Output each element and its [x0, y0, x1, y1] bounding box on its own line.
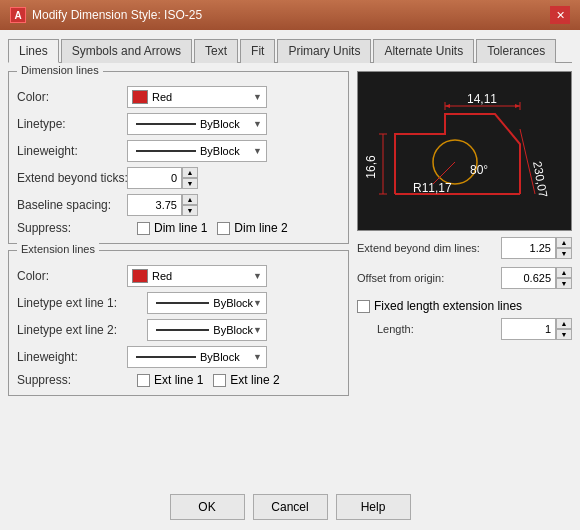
svg-text:14,11: 14,11	[466, 92, 496, 106]
baseline-spinner: ▲ ▼	[127, 194, 198, 216]
dim-linetype-dropdown[interactable]: ByBlock ▼	[127, 113, 267, 135]
title-bar: A Modify Dimension Style: ISO-25 ✕	[0, 0, 580, 30]
tab-text[interactable]: Text	[194, 39, 238, 63]
title-text: Modify Dimension Style: ISO-25	[32, 8, 202, 22]
ext-linetype1-row: Linetype ext line 1: ByBlock ▼	[17, 292, 340, 314]
extension-lines-title: Extension lines	[17, 243, 99, 255]
ext-line1-checkbox[interactable]	[137, 374, 150, 387]
ext-linetype2-row: Linetype ext line 2: ByBlock ▼	[17, 319, 340, 341]
ext-linetype1-value: ByBlock	[213, 297, 253, 309]
dim-line1-checkbox[interactable]	[137, 222, 150, 235]
dropdown-arrow-icon: ▼	[253, 298, 262, 308]
length-input[interactable]	[501, 318, 556, 340]
ext-suppress-label: Suppress:	[17, 373, 127, 387]
length-row: Length: ▲ ▼	[357, 318, 572, 340]
baseline-input[interactable]	[127, 194, 182, 216]
svg-text:16,6: 16,6	[365, 154, 378, 178]
extend-beyond-dim-up[interactable]: ▲	[556, 237, 572, 248]
ext-color-row: Color: Red ▼	[17, 265, 340, 287]
cancel-button[interactable]: Cancel	[253, 494, 328, 520]
fixed-length-row: Fixed length extension lines	[357, 299, 572, 313]
extend-beyond-down[interactable]: ▼	[182, 178, 198, 189]
extend-beyond-up[interactable]: ▲	[182, 167, 198, 178]
fixed-length-checkbox[interactable]	[357, 300, 370, 313]
tab-symbols[interactable]: Symbols and Arrows	[61, 39, 192, 63]
length-up[interactable]: ▲	[556, 318, 572, 329]
ext-lineweight-label: Lineweight:	[17, 350, 127, 364]
offset-from-origin-label: Offset from origin:	[357, 272, 444, 284]
ext-color-value: Red	[152, 270, 253, 282]
tab-tolerances[interactable]: Tolerances	[476, 39, 556, 63]
ext-lineweight-value: ByBlock	[200, 351, 253, 363]
bottom-buttons: OK Cancel Help	[8, 488, 572, 522]
length-label: Length:	[377, 323, 414, 335]
content-area: Dimension lines Color: Red ▼ Linetype: B…	[8, 71, 572, 488]
tab-alternate-units[interactable]: Alternate Units	[373, 39, 474, 63]
dimension-lines-section: Dimension lines Color: Red ▼ Linetype: B…	[8, 71, 349, 244]
ext-line2-checkbox[interactable]	[213, 374, 226, 387]
tab-primary-units[interactable]: Primary Units	[277, 39, 371, 63]
ext-lineweight-dropdown[interactable]: ByBlock ▼	[127, 346, 267, 368]
dropdown-arrow-icon: ▼	[253, 146, 262, 156]
close-button[interactable]: ✕	[550, 6, 570, 24]
length-down[interactable]: ▼	[556, 329, 572, 340]
left-panel: Dimension lines Color: Red ▼ Linetype: B…	[8, 71, 349, 488]
ext-line1-label: Ext line 1	[154, 373, 203, 387]
extend-beyond-input[interactable]	[127, 167, 182, 189]
dropdown-arrow-icon: ▼	[253, 352, 262, 362]
dialog-body: Lines Symbols and Arrows Text Fit Primar…	[0, 30, 580, 530]
ext-line2-checkbox-item: Ext line 2	[213, 373, 279, 387]
ext-linetype2-dropdown[interactable]: ByBlock ▼	[147, 319, 267, 341]
extend-beyond-dim-spinner: ▲ ▼	[501, 237, 572, 259]
dim-color-dropdown[interactable]: Red ▼	[127, 86, 267, 108]
right-panel: 14,11 16,6 230,07 80° R11,17	[357, 71, 572, 488]
length-spinner: ▲ ▼	[501, 318, 572, 340]
dropdown-arrow-icon: ▼	[253, 325, 262, 335]
offset-spinner: ▲ ▼	[501, 267, 572, 289]
right-fields: Extend beyond dim lines: ▲ ▼ Offset from…	[357, 237, 572, 343]
svg-text:80°: 80°	[470, 163, 488, 177]
dim-color-label: Color:	[17, 90, 127, 104]
dim-line2-label: Dim line 2	[234, 221, 287, 235]
dim-line1-label: Dim line 1	[154, 221, 207, 235]
line-preview	[156, 302, 209, 304]
extend-beyond-dim-row: Extend beyond dim lines: ▲ ▼	[357, 237, 572, 259]
dim-line1-checkbox-item: Dim line 1	[137, 221, 207, 235]
dim-linetype-value: ByBlock	[200, 118, 253, 130]
ext-linetype1-dropdown[interactable]: ByBlock ▼	[147, 292, 267, 314]
dim-lineweight-value: ByBlock	[200, 145, 253, 157]
extend-beyond-label: Extend beyond ticks:	[17, 171, 127, 185]
dropdown-arrow-icon: ▼	[253, 92, 262, 102]
ext-color-dropdown[interactable]: Red ▼	[127, 265, 267, 287]
tab-bar: Lines Symbols and Arrows Text Fit Primar…	[8, 38, 572, 63]
line-preview	[156, 329, 209, 331]
dim-suppress-row: Suppress: Dim line 1 Dim line 2	[17, 221, 340, 235]
preview-svg: 14,11 16,6 230,07 80° R11,17	[365, 74, 565, 229]
dim-lineweight-dropdown[interactable]: ByBlock ▼	[127, 140, 267, 162]
preview-box: 14,11 16,6 230,07 80° R11,17	[357, 71, 572, 231]
extend-beyond-dim-input[interactable]	[501, 237, 556, 259]
ext-lineweight-row: Lineweight: ByBlock ▼	[17, 346, 340, 368]
ext-line1-checkbox-item: Ext line 1	[137, 373, 203, 387]
tab-lines[interactable]: Lines	[8, 39, 59, 63]
dim-suppress-label: Suppress:	[17, 221, 127, 235]
baseline-down[interactable]: ▼	[182, 205, 198, 216]
dim-color-row: Color: Red ▼	[17, 86, 340, 108]
ok-button[interactable]: OK	[170, 494, 245, 520]
ext-line2-label: Ext line 2	[230, 373, 279, 387]
dim-line2-checkbox[interactable]	[217, 222, 230, 235]
help-button[interactable]: Help	[336, 494, 411, 520]
ext-suppress-row: Suppress: Ext line 1 Ext line 2	[17, 373, 340, 387]
baseline-up[interactable]: ▲	[182, 194, 198, 205]
dim-lineweight-label: Lineweight:	[17, 144, 127, 158]
extend-beyond-ticks-row: Extend beyond ticks: ▲ ▼	[17, 167, 340, 189]
ext-linetype2-label: Linetype ext line 2:	[17, 323, 147, 337]
tab-fit[interactable]: Fit	[240, 39, 275, 63]
offset-input[interactable]	[501, 267, 556, 289]
extend-beyond-dim-down[interactable]: ▼	[556, 248, 572, 259]
offset-up[interactable]: ▲	[556, 267, 572, 278]
dropdown-arrow-icon: ▼	[253, 271, 262, 281]
ext-color-label: Color:	[17, 269, 127, 283]
fixed-length-label: Fixed length extension lines	[374, 299, 522, 313]
offset-down[interactable]: ▼	[556, 278, 572, 289]
